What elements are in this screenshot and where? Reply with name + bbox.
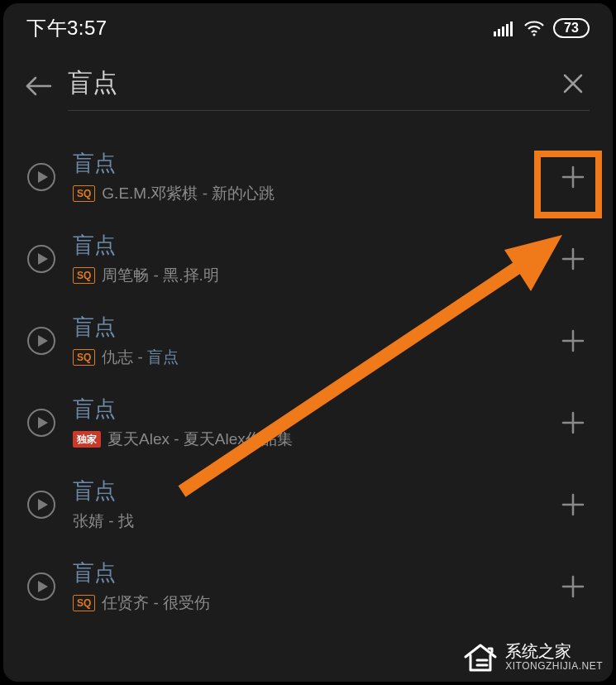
play-button[interactable]: [25, 406, 58, 439]
watermark-title: 系统之家: [505, 642, 603, 661]
sq-badge-icon: SQ: [73, 185, 95, 202]
song-info: 盲点 张婧 - 找: [73, 477, 540, 532]
song-artist: 仇志 - 盲点: [102, 347, 179, 368]
house-icon: [462, 640, 499, 673]
song-list: 盲点 SQ G.E.M.邓紫棋 - 新的心跳 盲点 SQ 周笔畅 - 黑.择.明: [3, 119, 613, 627]
svg-marker-18: [38, 335, 48, 347]
song-subtitle: SQ 周笔畅 - 黑.择.明: [73, 265, 540, 286]
plus-icon: [560, 491, 586, 518]
battery-indicator: 73: [553, 18, 590, 38]
plus-icon: [560, 410, 586, 436]
clear-search-button[interactable]: [556, 67, 590, 100]
song-subtitle: SQ G.E.M.邓紫棋 - 新的心跳: [73, 183, 540, 204]
play-icon: [26, 244, 56, 274]
watermark: 系统之家 XITONGZHIJIA.NET: [462, 640, 603, 673]
play-button[interactable]: [25, 160, 58, 194]
song-row[interactable]: 盲点 独家 夏天Alex - 夏天Alex作品集: [3, 381, 613, 463]
status-time: 下午3:57: [26, 15, 107, 41]
song-info: 盲点 SQ G.E.M.邓紫棋 - 新的心跳: [73, 149, 540, 204]
sq-badge-icon: SQ: [73, 595, 95, 611]
play-button[interactable]: [25, 242, 58, 275]
song-info: 盲点 独家 夏天Alex - 夏天Alex作品集: [73, 395, 540, 450]
play-button[interactable]: [25, 324, 58, 357]
song-row[interactable]: 盲点 张婧 - 找: [3, 463, 613, 545]
song-row[interactable]: 盲点 SQ 仇志 - 盲点: [3, 299, 613, 381]
watermark-url: XITONGZHIJIA.NET: [505, 661, 603, 673]
song-artist: 张婧 - 找: [73, 510, 134, 532]
exclusive-badge-icon: 独家: [73, 431, 101, 448]
song-title: 盲点: [73, 558, 540, 587]
svg-marker-14: [38, 253, 48, 265]
song-info: 盲点 SQ 周笔畅 - 黑.择.明: [73, 231, 540, 286]
svg-rect-4: [510, 22, 513, 36]
sq-badge-icon: SQ: [73, 267, 95, 284]
svg-marker-22: [38, 417, 48, 429]
back-button[interactable]: [20, 68, 56, 104]
song-subtitle: 张婧 - 找: [73, 510, 540, 532]
svg-rect-2: [502, 26, 504, 36]
svg-marker-26: [38, 499, 48, 510]
song-title: 盲点: [73, 231, 540, 260]
search-field[interactable]: 盲点: [68, 61, 590, 111]
add-button[interactable]: [555, 159, 591, 195]
add-button[interactable]: [555, 405, 591, 441]
close-icon: [561, 72, 585, 95]
song-row[interactable]: 盲点 SQ 任贤齐 - 很受伤: [3, 545, 613, 627]
song-artist: G.E.M.邓紫棋 - 新的心跳: [102, 183, 275, 204]
song-title: 盲点: [73, 395, 540, 424]
svg-rect-0: [494, 31, 496, 36]
play-button[interactable]: [25, 488, 58, 521]
song-info: 盲点 SQ 仇志 - 盲点: [73, 313, 540, 368]
plus-icon: [560, 328, 586, 354]
play-icon: [26, 572, 56, 601]
add-button[interactable]: [555, 323, 591, 359]
svg-rect-1: [498, 29, 500, 36]
song-row[interactable]: 盲点 SQ 周笔畅 - 黑.择.明: [3, 218, 613, 299]
play-icon: [26, 408, 56, 438]
wifi-icon: [523, 20, 545, 36]
song-artist: 夏天Alex - 夏天Alex作品集: [107, 429, 293, 450]
status-bar: 下午3:57 73: [3, 3, 613, 50]
play-button[interactable]: [25, 570, 58, 603]
song-title: 盲点: [73, 149, 540, 178]
search-input-text: 盲点: [68, 66, 556, 100]
status-right: 73: [494, 18, 590, 38]
app-screen: 下午3:57 73 盲点 盲点: [3, 3, 613, 682]
plus-icon: [560, 164, 586, 190]
play-icon: [26, 490, 56, 520]
song-row[interactable]: 盲点 SQ G.E.M.邓紫棋 - 新的心跳: [3, 136, 613, 218]
plus-icon: [560, 573, 586, 600]
add-button[interactable]: [555, 486, 591, 523]
svg-rect-3: [506, 24, 509, 36]
arrow-left-icon: [24, 74, 52, 98]
play-icon: [26, 326, 56, 356]
add-button[interactable]: [555, 568, 591, 605]
song-title: 盲点: [73, 313, 540, 342]
sq-badge-icon: SQ: [73, 349, 95, 366]
svg-marker-10: [38, 171, 48, 183]
song-artist: 任贤齐 - 很受伤: [102, 592, 210, 614]
song-subtitle: 独家 夏天Alex - 夏天Alex作品集: [73, 429, 540, 450]
svg-marker-30: [38, 581, 48, 592]
search-header: 盲点: [3, 50, 613, 119]
song-artist: 周笔畅 - 黑.择.明: [102, 265, 218, 286]
song-info: 盲点 SQ 任贤齐 - 很受伤: [73, 558, 540, 614]
song-title: 盲点: [73, 477, 540, 505]
song-subtitle: SQ 任贤齐 - 很受伤: [73, 592, 540, 614]
svg-point-5: [532, 33, 535, 36]
play-icon: [26, 162, 56, 192]
song-subtitle: SQ 仇志 - 盲点: [73, 347, 540, 368]
signal-icon: [494, 20, 515, 36]
plus-icon: [560, 246, 586, 272]
add-button[interactable]: [555, 241, 591, 277]
watermark-text: 系统之家 XITONGZHIJIA.NET: [505, 642, 603, 673]
